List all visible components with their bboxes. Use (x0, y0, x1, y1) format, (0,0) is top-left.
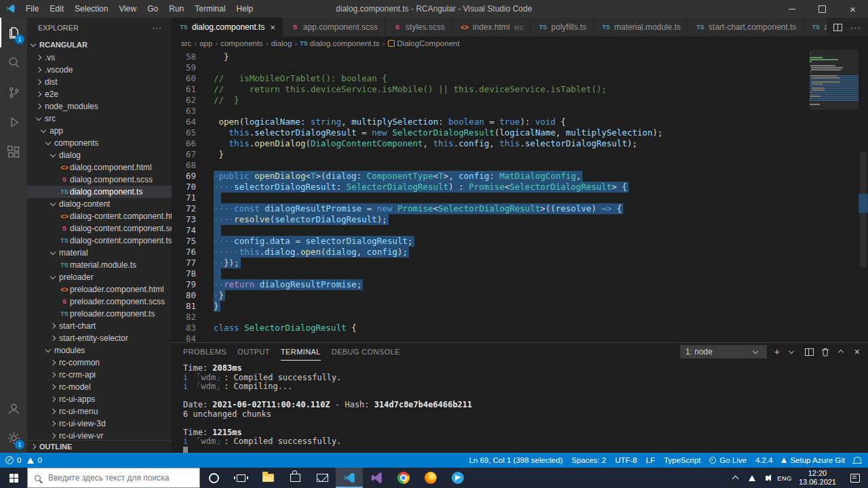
explorer-section-header[interactable]: RCANGULAR (27, 38, 172, 52)
close-panel-icon[interactable]: × (854, 347, 860, 357)
tree-folder-node_modules[interactable]: node_modules (27, 100, 172, 113)
panel-tab-output[interactable]: OUTPUT (237, 343, 270, 361)
editor-scrollbar[interactable] (859, 50, 868, 342)
taskbar-app-telegram[interactable] (444, 468, 471, 488)
activitybar-extensions[interactable] (0, 137, 27, 167)
taskbar-search[interactable] (27, 468, 200, 488)
menu-go[interactable]: Go (142, 0, 163, 18)
more-actions-icon[interactable]: ··· (152, 23, 162, 33)
taskbar-app-visual-studio[interactable] (363, 468, 390, 488)
network-indicator[interactable] (744, 468, 760, 488)
breadcrumb-item[interactable]: src (181, 39, 191, 47)
menu-file[interactable]: File (20, 0, 44, 18)
tab-material.module.ts[interactable]: TSmaterial.module.ts (594, 18, 688, 37)
split-terminal-icon[interactable] (805, 348, 814, 356)
tree-folder-rc-model[interactable]: rc-model (27, 381, 172, 393)
activitybar-search[interactable] (0, 47, 27, 77)
activitybar-run-debug[interactable] (0, 107, 27, 137)
minimize-button[interactable] (776, 0, 807, 18)
language-indicator[interactable]: ENG (776, 468, 793, 488)
breadcrumb-item[interactable]: dialog (271, 39, 292, 47)
tree-file-dialog-content.component.scss[interactable]: Sdialog-content.component.scss (27, 222, 172, 235)
panel-tab-debug-console[interactable]: DEBUG CONSOLE (332, 343, 400, 361)
menu-help[interactable]: Help (231, 0, 259, 18)
tree-folder-modules[interactable]: modules (27, 344, 172, 357)
taskbar-clock[interactable]: 12:20 13.06.2021 (793, 469, 842, 487)
status-lf[interactable]: LF (646, 456, 654, 464)
outline-section-header[interactable]: OUTLINE (27, 440, 172, 453)
menu-selection[interactable]: Selection (69, 0, 113, 18)
tree-file-dialog-content.component.html[interactable]: <>dialog-content.component.html (27, 210, 172, 222)
breadcrumb-item[interactable]: DialogComponent (388, 39, 460, 47)
activitybar-explorer[interactable]: 1 (0, 18, 27, 47)
maximize-button[interactable] (807, 0, 837, 18)
task-view-button[interactable] (227, 468, 254, 488)
status-4-2-4[interactable]: 4.2.4 (755, 456, 773, 464)
tree-folder-rc-ui-apps[interactable]: rc-ui-apps (27, 393, 172, 405)
tree-file-dialog-content.component.ts[interactable]: TSdialog-content.component.ts (27, 235, 172, 247)
menu-terminal[interactable]: Terminal (189, 0, 231, 18)
breadcrumb-item[interactable]: TSdialog.component.ts (300, 39, 379, 47)
taskbar-app-vscode[interactable] (336, 468, 363, 488)
problems-indicator[interactable]: 0 0 (5, 456, 42, 464)
tree-folder-material[interactable]: material (27, 247, 172, 259)
tree-file-preloader.component.ts[interactable]: TSpreloader.component.ts (27, 308, 172, 320)
tab-start-chart.component.ts[interactable]: TSstart-chart.component.ts (688, 18, 804, 37)
activitybar-account[interactable] (0, 393, 27, 423)
maximize-panel-icon[interactable] (838, 350, 844, 355)
menu-edit[interactable]: Edit (44, 0, 69, 18)
panel-tab-problems[interactable]: PROBLEMS (183, 343, 226, 361)
cortana-button[interactable] (200, 468, 227, 488)
tree-folder-dialog-content[interactable]: dialog-content (27, 198, 172, 210)
tab-dialog.component.ts[interactable]: TSdialog.component.ts× (172, 18, 283, 37)
tree-folder-rc-ui-menu[interactable]: rc-ui-menu (27, 405, 172, 418)
tree-folder-start-entity-selector[interactable]: start-entity-selector (27, 332, 172, 344)
split-editor-icon[interactable] (833, 24, 842, 31)
tree-folder-dialog[interactable]: dialog (27, 149, 172, 161)
volume-indicator[interactable] (760, 468, 776, 488)
status-go-live[interactable]: Go Live (709, 456, 747, 464)
taskbar-app-firefox[interactable] (417, 468, 444, 488)
code-content[interactable]: }// isMobileOrTablet(): boolean {// retu… (204, 50, 810, 342)
tree-folder-rc-crm-api[interactable]: rc-crm-api (27, 369, 172, 381)
tree-folder-rc-ui-view-vr[interactable]: rc-ui-view-vr (27, 430, 172, 440)
start-button[interactable] (0, 468, 27, 488)
taskbar-app-file-explorer[interactable] (254, 468, 281, 488)
status-bell[interactable] (854, 458, 861, 463)
status-setup-azure-git[interactable]: Setup Azure Git (781, 456, 845, 464)
tree-file-preloader.component.html[interactable]: <>preloader.component.html (27, 283, 172, 296)
tree-file-preloader.component.scss[interactable]: Spreloader.component.scss (27, 296, 172, 308)
tab-polyfills.ts[interactable]: TSpolyfills.ts (531, 18, 594, 37)
tree-folder-.vscode[interactable]: .vscode (27, 64, 172, 76)
minimap[interactable] (810, 50, 859, 342)
menu-run[interactable]: Run (163, 0, 189, 18)
tree-file-dialog.component.html[interactable]: <>dialog.component.html (27, 161, 172, 174)
panel-tab-terminal[interactable]: TERMINAL (281, 343, 321, 361)
status-spaces-2[interactable]: Spaces: 2 (572, 456, 606, 464)
tree-folder-e2e[interactable]: e2e (27, 88, 172, 100)
status-ln-69-col-1-398-selected-[interactable]: Ln 69, Col 1 (398 selected) (469, 456, 563, 464)
new-terminal-icon[interactable]: + (774, 347, 780, 357)
tree-folder-start-chart[interactable]: start-chart (27, 320, 172, 332)
tree-file-dialog.component.scss[interactable]: Sdialog.component.scss (27, 174, 172, 186)
activitybar-settings[interactable]: 1 (0, 423, 27, 453)
tab-app.component.scss[interactable]: Sapp.component.scss (283, 18, 385, 37)
tree-file-dialog.component.ts[interactable]: TSdialog.component.ts (27, 186, 172, 198)
breadcrumb-item[interactable]: app (199, 39, 212, 47)
tree-folder-dist[interactable]: dist (27, 76, 172, 88)
close-button[interactable]: × (837, 0, 868, 18)
tree-folder-preloader[interactable]: preloader (27, 271, 172, 283)
tree-folder-rc-ui-view-3d[interactable]: rc-ui-view-3d (27, 418, 172, 430)
tab-index.html[interactable]: <>index.htmlsrc (452, 18, 531, 37)
action-center-button[interactable] (842, 474, 868, 483)
status-typescript[interactable]: TypeScript (664, 456, 701, 464)
more-actions-icon[interactable]: ··· (850, 22, 861, 33)
tab-styles.scss[interactable]: Sstyles.scss (385, 18, 452, 37)
taskbar-app-mail[interactable] (309, 468, 336, 488)
activitybar-source-control[interactable] (0, 77, 27, 107)
terminal-output[interactable]: Time: 2083msi 「wdm」: Compiled successful… (172, 361, 868, 453)
menu-view[interactable]: View (113, 0, 142, 18)
tree-folder-app[interactable]: app (27, 125, 172, 137)
search-input[interactable] (47, 472, 193, 483)
close-icon[interactable]: × (270, 22, 275, 33)
